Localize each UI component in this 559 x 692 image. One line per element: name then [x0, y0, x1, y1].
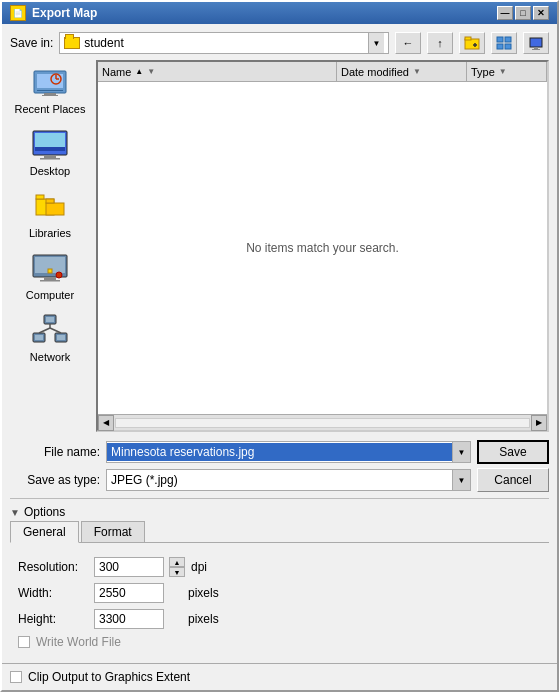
recent-places-label: Recent Places: [15, 103, 86, 115]
horizontal-scrollbar[interactable]: ◀ ▶: [98, 414, 547, 430]
width-input[interactable]: [94, 583, 164, 603]
save-in-label: Save in:: [10, 36, 53, 50]
save-in-row: Save in: student ▼ ← ↑: [10, 32, 549, 54]
resolution-down-button[interactable]: ▼: [169, 567, 185, 577]
svg-rect-1: [465, 37, 471, 40]
computer-label: Computer: [26, 289, 74, 301]
savetype-combo[interactable]: JPEG (*.jpg) ▼: [106, 469, 471, 491]
close-button[interactable]: ✕: [533, 6, 549, 20]
computer-icon: [30, 251, 70, 287]
savetype-label: Save as type:: [10, 473, 100, 487]
up-button[interactable]: ↑: [427, 32, 453, 54]
recent-places-icon: [30, 65, 70, 101]
file-list-header: Name ▲ ▼ Date modified ▼ Type ▼: [98, 62, 547, 82]
svg-rect-6: [497, 44, 503, 49]
height-input[interactable]: [94, 609, 164, 629]
scroll-left-button[interactable]: ◀: [98, 415, 114, 431]
width-row: Width: pixels: [18, 583, 541, 603]
options-content: Resolution: ▲ ▼ dpi Width: pixels Heig: [10, 551, 549, 655]
col-type-header[interactable]: Type ▼: [467, 62, 547, 81]
col-modified-dropdown[interactable]: ▼: [413, 67, 421, 76]
svg-rect-12: [37, 74, 63, 88]
write-world-file-checkbox[interactable]: [18, 636, 30, 648]
svg-rect-27: [46, 199, 54, 203]
clip-output-label: Clip Output to Graphics Extent: [28, 670, 190, 684]
svg-line-41: [39, 328, 50, 333]
sidebar-item-network[interactable]: Network: [10, 308, 90, 368]
svg-point-33: [56, 272, 62, 278]
height-unit: pixels: [188, 612, 219, 626]
svg-rect-22: [40, 158, 60, 160]
svg-rect-30: [44, 277, 56, 280]
write-world-file-row: Write World File: [18, 635, 541, 649]
libraries-label: Libraries: [29, 227, 71, 239]
svg-rect-7: [505, 44, 511, 49]
options-arrow: ▼: [10, 507, 20, 518]
svg-rect-26: [46, 203, 64, 215]
col-name-dropdown[interactable]: ▼: [147, 67, 155, 76]
sidebar-item-libraries[interactable]: Libraries: [10, 184, 90, 244]
svg-rect-39: [57, 335, 65, 340]
export-map-dialog: 📄 Export Map — □ ✕ Save in: student ▼ ← …: [0, 0, 559, 692]
savetype-dropdown-arrow[interactable]: ▼: [452, 470, 470, 490]
sidebar-item-recent-places[interactable]: Recent Places: [10, 60, 90, 120]
dialog-icon: 📄: [10, 5, 26, 21]
maximize-button[interactable]: □: [515, 6, 531, 20]
sidebar-item-desktop[interactable]: Desktop: [10, 122, 90, 182]
new-folder-button[interactable]: [459, 32, 485, 54]
cancel-button[interactable]: Cancel: [477, 468, 549, 492]
svg-rect-10: [532, 49, 540, 50]
resolution-up-button[interactable]: ▲: [169, 557, 185, 567]
savetype-row: Save as type: JPEG (*.jpg) ▼ Cancel: [10, 468, 549, 492]
resolution-row: Resolution: ▲ ▼ dpi: [18, 557, 541, 577]
svg-rect-9: [534, 47, 538, 49]
scroll-right-button[interactable]: ▶: [531, 415, 547, 431]
col-modified-label: Date modified: [341, 66, 409, 78]
options-section: ▼ Options General Format Resolution: ▲ ▼…: [10, 498, 549, 655]
svg-rect-21: [44, 155, 56, 158]
footer-bar: Clip Output to Graphics Extent: [2, 663, 557, 690]
resolution-input[interactable]: [94, 557, 164, 577]
desktop-button[interactable]: [523, 32, 549, 54]
scrollbar-track[interactable]: [115, 418, 530, 428]
col-modified-header[interactable]: Date modified ▼: [337, 62, 467, 81]
minimize-button[interactable]: —: [497, 6, 513, 20]
title-controls: — □ ✕: [497, 6, 549, 20]
height-row: Height: pixels: [18, 609, 541, 629]
svg-line-42: [50, 328, 61, 333]
dialog-content: Save in: student ▼ ← ↑: [2, 24, 557, 663]
svg-rect-15: [42, 95, 58, 96]
col-type-dropdown[interactable]: ▼: [499, 67, 507, 76]
desktop-icon: [30, 127, 70, 163]
sidebar-item-computer[interactable]: Computer: [10, 246, 90, 306]
views-button[interactable]: [491, 32, 517, 54]
save-in-dropdown-arrow[interactable]: ▼: [368, 33, 384, 53]
filename-dropdown-arrow[interactable]: ▼: [452, 442, 470, 462]
svg-rect-14: [44, 93, 56, 95]
save-button[interactable]: Save: [477, 440, 549, 464]
folder-icon: [64, 37, 80, 49]
desktop-label: Desktop: [30, 165, 70, 177]
col-name-header[interactable]: Name ▲ ▼: [98, 62, 337, 81]
svg-rect-5: [505, 37, 511, 42]
col-name-label: Name: [102, 66, 131, 78]
tab-general[interactable]: General: [10, 521, 79, 543]
save-in-combo[interactable]: student ▼: [59, 32, 389, 54]
svg-rect-32: [48, 269, 52, 273]
options-header[interactable]: ▼ Options: [10, 503, 549, 521]
filename-combo[interactable]: Minnesota reservations.jpg ▼: [106, 441, 471, 463]
svg-rect-23: [35, 147, 65, 151]
save-in-value: student: [84, 36, 368, 50]
filename-value: Minnesota reservations.jpg: [107, 443, 452, 461]
svg-rect-31: [40, 280, 60, 282]
savetype-value: JPEG (*.jpg): [107, 471, 452, 489]
empty-message: No items match your search.: [246, 241, 399, 255]
title-bar-title: 📄 Export Map: [10, 5, 97, 21]
svg-rect-8: [530, 38, 542, 47]
col-name-sort: ▲: [135, 67, 143, 76]
bottom-form: File name: Minnesota reservations.jpg ▼ …: [10, 440, 549, 492]
clip-output-checkbox[interactable]: [10, 671, 22, 683]
height-label: Height:: [18, 612, 88, 626]
back-button[interactable]: ←: [395, 32, 421, 54]
tab-format[interactable]: Format: [81, 521, 145, 542]
